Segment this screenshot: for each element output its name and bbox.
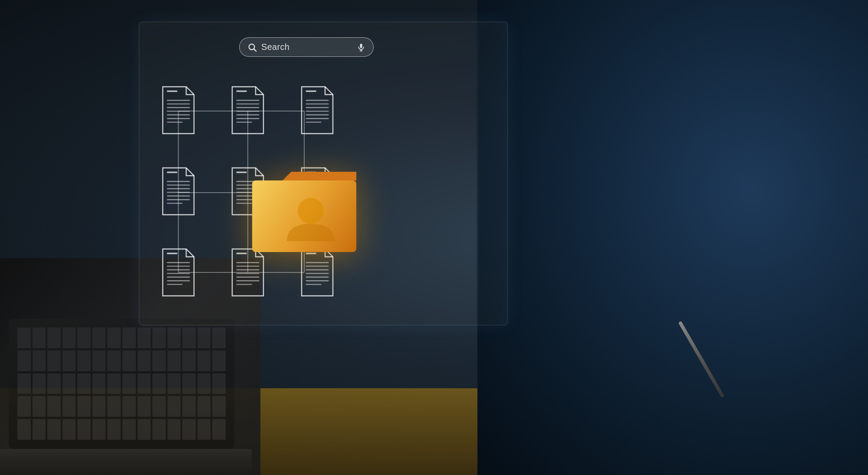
keyboard-key[interactable] — [197, 328, 211, 349]
keyboard-key[interactable] — [92, 351, 106, 372]
svg-rect-37 — [306, 111, 329, 112]
keyboard-key[interactable] — [122, 351, 136, 372]
keyboard-key[interactable] — [77, 373, 91, 395]
search-bar-container[interactable]: Search — [239, 37, 374, 57]
keyboard-key[interactable] — [77, 328, 91, 349]
svg-rect-78 — [237, 276, 260, 277]
keyboard-key[interactable] — [152, 419, 166, 440]
keyboard-key[interactable] — [212, 396, 226, 417]
keyboard-key[interactable] — [47, 396, 61, 417]
keyboard-key[interactable] — [212, 419, 226, 440]
keyboard-key[interactable] — [33, 419, 46, 440]
svg-rect-23 — [167, 118, 190, 119]
keyboard-key[interactable] — [17, 351, 31, 372]
svg-rect-2 — [360, 43, 362, 48]
svg-rect-79 — [237, 280, 260, 281]
keyboard-key[interactable] — [168, 419, 181, 440]
svg-rect-69 — [167, 273, 190, 274]
document-icon-1[interactable] — [148, 74, 209, 147]
svg-rect-66 — [167, 262, 190, 263]
keyboard-key[interactable] — [168, 373, 181, 395]
keyboard-key[interactable] — [33, 328, 46, 349]
keyboard-key[interactable] — [62, 396, 76, 417]
document-icon-4[interactable] — [148, 155, 209, 228]
keyboard-key[interactable] — [92, 396, 106, 417]
document-icon-3[interactable] — [287, 74, 348, 147]
keyboard-key[interactable] — [33, 396, 46, 417]
keyboard-key[interactable] — [47, 373, 61, 395]
keyboard-key[interactable] — [197, 351, 211, 372]
keyboard-key[interactable] — [62, 328, 76, 349]
keyboard-key[interactable] — [62, 419, 76, 440]
keyboard-key[interactable] — [92, 328, 106, 349]
keyboard-key[interactable] — [33, 351, 46, 372]
folder-icon[interactable] — [243, 157, 365, 261]
keyboard-key[interactable] — [197, 419, 211, 440]
keyboard-key[interactable] — [152, 373, 166, 395]
keyboard-key[interactable] — [17, 419, 31, 440]
svg-rect-24 — [167, 122, 183, 123]
keyboard-key[interactable] — [122, 373, 136, 395]
keyboard-key[interactable] — [138, 419, 151, 440]
keyboard-key[interactable] — [107, 373, 121, 395]
svg-rect-31 — [237, 118, 260, 119]
search-input[interactable]: Search — [261, 42, 352, 52]
document-icon-7[interactable] — [148, 236, 209, 308]
keyboard-key[interactable] — [17, 373, 31, 395]
keyboard-key[interactable] — [47, 328, 61, 349]
keyboard-key[interactable] — [168, 351, 181, 372]
keyboard-key[interactable] — [17, 396, 31, 417]
svg-rect-21 — [167, 111, 190, 112]
svg-rect-34 — [306, 100, 329, 101]
keyboard-key[interactable] — [212, 373, 226, 395]
keyboard-key[interactable] — [182, 419, 196, 440]
svg-rect-70 — [167, 276, 190, 277]
keyboard-key[interactable] — [107, 396, 121, 417]
svg-rect-28 — [237, 107, 260, 108]
svg-rect-45 — [167, 192, 190, 193]
keyboard-key[interactable] — [47, 419, 61, 440]
keyboard-key[interactable] — [212, 351, 226, 372]
laptop-keyboard — [9, 319, 234, 449]
keyboard-key[interactable] — [182, 351, 196, 372]
keyboard-key[interactable] — [107, 419, 121, 440]
keyboard-key[interactable] — [122, 419, 136, 440]
keyboard-key[interactable] — [168, 328, 181, 349]
microphone-icon[interactable] — [357, 43, 365, 52]
keyboard-key[interactable] — [122, 328, 136, 349]
keyboard-key[interactable] — [47, 351, 61, 372]
keyboard-key[interactable] — [92, 373, 106, 395]
svg-rect-84 — [306, 269, 329, 270]
keyboard-key[interactable] — [182, 373, 196, 395]
keyboard-key[interactable] — [212, 328, 226, 349]
keyboard-key[interactable] — [62, 373, 76, 395]
keyboard-key[interactable] — [138, 351, 151, 372]
keyboard-key[interactable] — [77, 396, 91, 417]
keyboard-key[interactable] — [197, 373, 211, 395]
keyboard-key[interactable] — [152, 396, 166, 417]
keyboard-key[interactable] — [107, 328, 121, 349]
keyboard-key[interactable] — [152, 351, 166, 372]
svg-rect-41 — [167, 171, 178, 173]
keyboard-key[interactable] — [152, 328, 166, 349]
keyboard-key[interactable] — [138, 373, 151, 395]
keyboard-key[interactable] — [33, 373, 46, 395]
keyboard-key[interactable] — [107, 351, 121, 372]
keyboard-key[interactable] — [92, 419, 106, 440]
keyboard-key[interactable] — [182, 328, 196, 349]
search-bar[interactable]: Search — [239, 37, 374, 57]
keyboard-key[interactable] — [138, 396, 151, 417]
keyboard-key[interactable] — [62, 351, 76, 372]
keyboard-key[interactable] — [77, 351, 91, 372]
keyboard-key[interactable] — [168, 396, 181, 417]
keyboard-key[interactable] — [122, 396, 136, 417]
keyboard-key[interactable] — [77, 419, 91, 440]
svg-line-1 — [254, 49, 256, 51]
keyboard-key[interactable] — [182, 396, 196, 417]
svg-rect-47 — [167, 199, 190, 200]
keyboard-key[interactable] — [138, 328, 151, 349]
document-icon-2[interactable] — [217, 74, 278, 147]
svg-rect-68 — [167, 269, 190, 270]
keyboard-key[interactable] — [197, 396, 211, 417]
keyboard-key[interactable] — [17, 328, 31, 349]
